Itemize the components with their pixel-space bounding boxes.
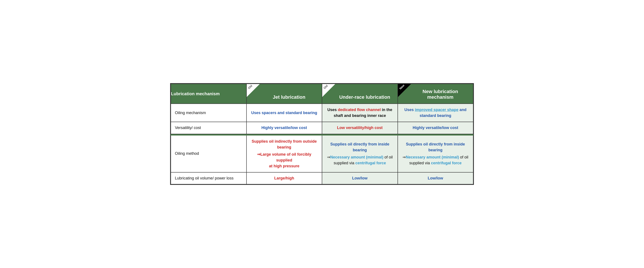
row3-col1: Supplies oil indirectly from outside bea… xyxy=(246,135,322,172)
row3-col2-line2: ⇒Necessary amount (minimal) of oil suppl… xyxy=(326,154,394,166)
row-oiling-method: Oiling method Supplies oil indirectly fr… xyxy=(171,135,473,172)
row3-col3-line2: ⇒Necessary amount (minimal) of oil suppl… xyxy=(402,154,469,166)
row4-col1-text: Large/high xyxy=(274,176,294,180)
col1-header-wrapper: Old Jet lubrication xyxy=(247,84,322,104)
row2-col3: Highly versatile/low cost xyxy=(398,122,474,134)
top-left-header: Lubrication mechanism xyxy=(171,84,246,104)
comparison-table: Lubrication mechanism Old Jet lubricatio… xyxy=(170,83,474,185)
row4-col2-text: Low/low xyxy=(352,176,368,180)
row3-col2-cyan: centrifugal force xyxy=(356,161,386,165)
row4-col2: Low/low xyxy=(322,172,398,184)
row3-col2-content: Supplies oil directly from inside bearin… xyxy=(326,141,394,166)
col1-badge-area: Old xyxy=(247,84,261,98)
row3-col3-cyan: centrifugal force xyxy=(431,161,462,165)
row2-col2: Low versatility/high cost xyxy=(322,122,398,134)
row1-col3: Uses improved spacer shape and standard … xyxy=(398,104,474,122)
col3-header: New New lubrication mechanism xyxy=(398,84,474,104)
row4-col1: Large/high xyxy=(246,172,322,184)
row2-col1-text: Highly versatile/low cost xyxy=(262,126,307,130)
row1-col1-text: Uses spacers and standard bearing xyxy=(251,111,317,115)
row2-col2-text: Low versatility/high cost xyxy=(337,126,382,130)
row3-label-text: Oiling method xyxy=(175,151,199,156)
row1-col3-prefix: Uses xyxy=(404,108,415,112)
row3-col1-content: Supplies oil indirectly from outside bea… xyxy=(250,138,318,169)
row3-col1-red1: Large volume xyxy=(260,152,286,156)
row3-col2-blue: Necessary amount (minimal) xyxy=(330,155,384,159)
header-row: Lubrication mechanism Old Jet lubricatio… xyxy=(171,84,473,104)
row3-col3-line1: Supplies oil directly from inside bearin… xyxy=(402,141,469,153)
row3-col2: Supplies oil directly from inside bearin… xyxy=(322,135,398,172)
row3-col3-content: Supplies oil directly from inside bearin… xyxy=(402,141,469,166)
row3-col3-blue: Necessary amount (minimal) xyxy=(406,155,459,159)
col2-header: Old Under-race lubrication xyxy=(322,84,398,104)
row3-col2-line1: Supplies oil directly from inside bearin… xyxy=(326,141,394,153)
row3-col3: Supplies oil directly from inside bearin… xyxy=(398,135,474,172)
row1-col2: Uses dedicated flow channel in the shaft… xyxy=(322,104,398,122)
row-oiling-mechanism: Oiling mechanism Uses spacers and standa… xyxy=(171,104,473,122)
row2-col1: Highly versatile/low cost xyxy=(246,122,322,134)
row1-col2-prefix: Uses xyxy=(328,108,338,112)
row4-col3: Low/low xyxy=(398,172,474,184)
row1-col1: Uses spacers and standard bearing xyxy=(246,104,322,122)
row1-col3-underline: improved spacer shape xyxy=(415,108,458,112)
row3-col1-line1: Supplies oil indirectly from outside bea… xyxy=(250,138,318,150)
col2-header-wrapper: Old Under-race lubrication xyxy=(322,84,398,104)
row2-label: Versatility/ cost xyxy=(171,122,246,134)
row-oil-volume: Lubricating oil volume/ power loss Large… xyxy=(171,172,473,184)
header-label: Lubrication mechanism xyxy=(171,91,220,96)
row3-col1-line3: at high pressure xyxy=(250,163,318,169)
col3-badge-area: New xyxy=(398,84,412,98)
row4-col3-text: Low/low xyxy=(428,176,443,180)
col3-header-wrapper: New New lubrication mechanism xyxy=(398,84,473,104)
row2-col3-text: Highly versatile/low cost xyxy=(413,126,458,130)
row4-label: Lubricating oil volume/ power loss xyxy=(171,172,246,184)
row3-label: Oiling method xyxy=(171,135,246,172)
row1-label: Oiling mechanism xyxy=(171,104,246,122)
col1-header: Old Jet lubrication xyxy=(246,84,322,104)
row3-col1-line2: ⇒Large volume of oil forcibly supplied xyxy=(250,151,318,163)
row-versatility: Versatility/ cost Highly versatile/low c… xyxy=(171,122,473,134)
row1-col2-highlight: dedicated flow channel xyxy=(338,108,381,112)
row1-col3-text: Uses improved spacer shape and standard … xyxy=(404,108,466,118)
row1-col2-text: Uses dedicated flow channel in the shaft… xyxy=(328,108,392,118)
row3-col1-red2: forcibly xyxy=(297,152,311,156)
col2-badge-area: Old xyxy=(322,84,336,98)
